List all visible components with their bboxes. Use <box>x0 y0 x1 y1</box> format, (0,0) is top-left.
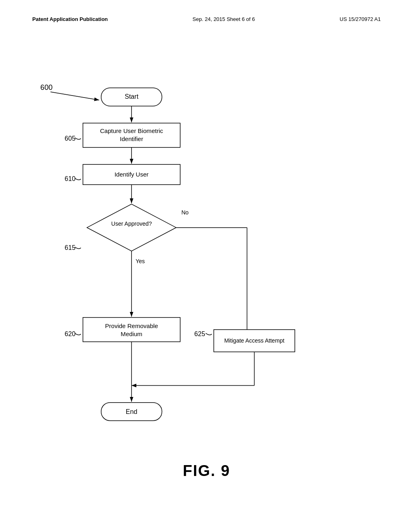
start-label: Start <box>125 93 138 100</box>
step620-label-2: Medium <box>121 330 142 337</box>
ref-620: 620 <box>65 330 75 337</box>
ref-615: 615 <box>65 244 75 251</box>
ref-610: 610 <box>65 175 75 182</box>
fig-label: FIG. 9 <box>183 462 230 480</box>
header-right: US 15/270972 A1 <box>340 16 381 22</box>
header-center: Sep. 24, 2015 Sheet 6 of 6 <box>192 16 255 22</box>
step605-label-1: Capture User Biometric <box>100 127 163 134</box>
ref-625: 625 <box>194 330 205 337</box>
header-left: Patent Application Publication <box>32 16 108 22</box>
step620-label-1: Provide Removable <box>105 322 158 329</box>
decision615-node <box>87 204 176 251</box>
step605-label-2: Identifier <box>120 135 143 142</box>
step625-label: Mitigate Access Attempt <box>224 337 284 344</box>
decision615-label-1: User Approved? <box>111 220 152 227</box>
page-header: Patent Application Publication Sep. 24, … <box>0 16 413 22</box>
flowchart-svg: 600 Start 605 Capture User Biometric Ide… <box>32 64 381 451</box>
no-label: No <box>181 210 189 216</box>
step610-label: Identify User <box>115 171 148 178</box>
end-label: End <box>126 408 138 415</box>
yes-label: Yes <box>136 258 145 264</box>
diagram-container: 600 Start 605 Capture User Biometric Ide… <box>32 64 381 451</box>
ref-605: 605 <box>65 135 75 142</box>
svg-line-0 <box>50 92 99 100</box>
step620-node <box>83 318 180 342</box>
figure-number: 600 <box>40 83 52 91</box>
